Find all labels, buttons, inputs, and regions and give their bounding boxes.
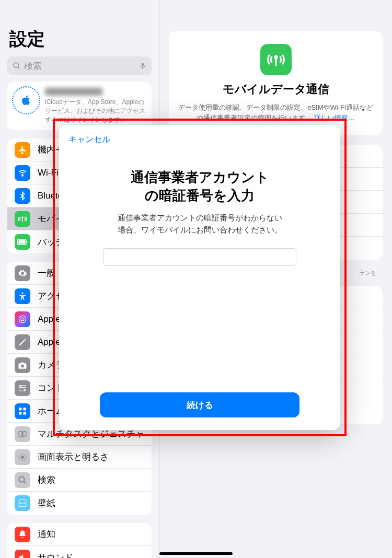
home-indicator[interactable] — [159, 552, 233, 555]
apple-id-card[interactable]: iCloudデータ、App Store、Appleのサービス、およびその他にアク… — [7, 82, 152, 130]
svg-point-14 — [20, 386, 21, 387]
accessibility-icon — [15, 288, 30, 304]
sidebar-item-label: Wi-Fi — [38, 168, 59, 178]
sidebar-item[interactable]: 通知 — [7, 523, 152, 546]
svg-point-4 — [22, 175, 23, 176]
sound-icon — [15, 550, 30, 558]
more-info-link[interactable]: 詳しい情報… — [314, 114, 355, 122]
svg-rect-8 — [19, 240, 26, 244]
airplane-icon — [15, 142, 30, 158]
search-input[interactable]: 検索 — [7, 56, 152, 75]
antenna-icon — [15, 211, 30, 227]
svg-point-16 — [24, 389, 25, 391]
antenna-icon — [260, 44, 292, 75]
svg-point-6 — [22, 217, 23, 218]
svg-rect-20 — [24, 412, 26, 414]
wallpaper-icon — [15, 495, 30, 511]
sidebar-item-label: 通知 — [38, 528, 55, 540]
sidebar-item[interactable]: 画面表示と明るさ — [7, 446, 152, 469]
ai-icon — [15, 311, 30, 327]
gear-icon — [15, 265, 30, 281]
modal-title: 通信事業者アカウント の暗証番号を入力 — [131, 168, 269, 205]
bell-icon — [15, 527, 30, 542]
cancel-button[interactable]: キャンセル — [68, 134, 331, 145]
grid-icon — [15, 403, 30, 419]
svg-rect-22 — [23, 432, 26, 437]
svg-rect-21 — [19, 432, 22, 437]
mic-icon[interactable] — [139, 61, 146, 71]
switches-icon — [15, 380, 30, 396]
svg-point-38 — [274, 56, 277, 59]
svg-line-1 — [18, 67, 19, 68]
sidebar-item-label: 検索 — [38, 474, 55, 486]
pin-modal: キャンセル 通信事業者アカウント の暗証番号を入力 通信事業者アカウントの暗証番… — [59, 125, 340, 430]
battery-icon — [15, 234, 30, 250]
modal-subtitle: 通信事業者アカウントの暗証番号がわからない 場合、ワイモバイルにお問い合わせくだ… — [118, 212, 282, 236]
apple-card-desc: iCloudデータ、App Store、Appleのサービス、およびその他にアク… — [45, 98, 145, 124]
mobile-data-heading: モバイルデータ通信 — [178, 82, 373, 97]
svg-rect-2 — [142, 63, 144, 66]
svg-point-0 — [14, 63, 18, 67]
svg-point-12 — [21, 318, 24, 321]
sidebar-item[interactable]: 壁紙 — [7, 492, 152, 515]
bluetooth-icon — [15, 188, 30, 204]
svg-point-35 — [20, 503, 22, 504]
svg-rect-19 — [19, 412, 21, 414]
sidebar-item[interactable]: 検索 — [7, 469, 152, 492]
sidebar-item[interactable]: サウンド — [7, 546, 152, 558]
mobile-data-card: モバイルデータ通信 データ使用量の確認、データ制限の設定、eSIMやWi-Fi通… — [169, 31, 383, 135]
svg-point-23 — [21, 456, 24, 459]
svg-rect-9 — [27, 241, 28, 243]
sidebar-item-label: 壁紙 — [38, 497, 55, 509]
apple-logo-icon — [14, 88, 39, 113]
search-icon — [15, 472, 30, 488]
svg-line-29 — [25, 459, 26, 460]
svg-line-31 — [25, 455, 26, 456]
mobile-data-desc: データ使用量の確認、データ制限の設定、eSIMやWi-Fi通話などの通信事業者設… — [178, 102, 373, 123]
svg-line-28 — [20, 455, 21, 456]
svg-line-30 — [20, 459, 21, 460]
wifi-icon — [15, 165, 30, 181]
svg-point-10 — [22, 292, 24, 294]
search-icon — [13, 62, 21, 70]
sidebar-item-label: 一般 — [38, 267, 55, 279]
settings-title: 設定 — [0, 0, 159, 56]
svg-point-11 — [19, 316, 26, 323]
search-placeholder: 検索 — [24, 60, 139, 72]
pin-input[interactable] — [103, 248, 296, 266]
svg-line-33 — [24, 481, 26, 483]
svg-point-36 — [24, 503, 25, 504]
sidebar-item-label: サウンド — [38, 552, 73, 558]
svg-rect-34 — [19, 500, 26, 507]
camera-icon — [15, 357, 30, 373]
account-name-blurred — [45, 88, 102, 96]
svg-rect-18 — [24, 408, 26, 410]
svg-point-32 — [19, 476, 25, 482]
pencil-icon — [15, 334, 30, 350]
brightness-icon — [15, 449, 30, 465]
sidebar-item-label: 画面表示と明るさ — [38, 451, 109, 463]
continue-button[interactable]: 続ける — [100, 392, 299, 417]
sidebar-group: 通知サウンド — [7, 523, 152, 558]
svg-rect-17 — [19, 408, 21, 410]
multitask-icon — [15, 426, 30, 442]
